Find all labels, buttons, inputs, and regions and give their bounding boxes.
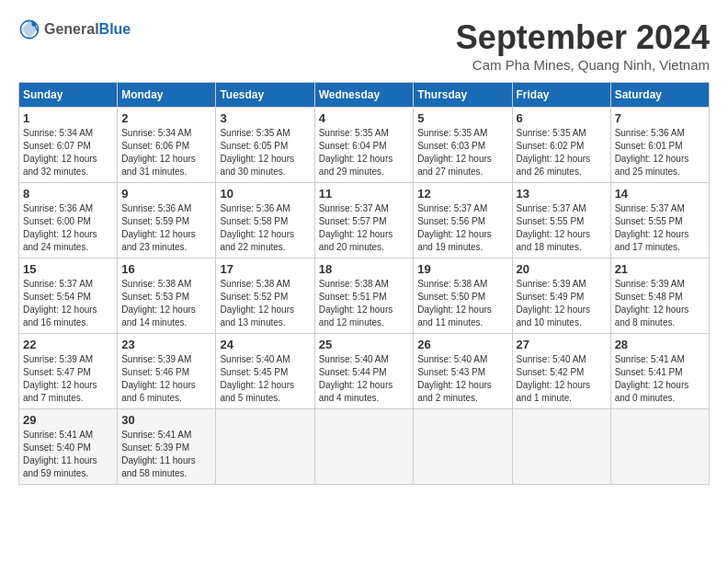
table-row: 13Sunrise: 5:37 AM Sunset: 5:55 PM Dayli… [512,183,610,259]
table-row [512,409,610,485]
calendar: SundayMondayTuesdayWednesdayThursdayFrid… [18,82,710,485]
day-info: Sunrise: 5:40 AM Sunset: 5:45 PM Dayligh… [220,353,310,405]
day-info: Sunrise: 5:37 AM Sunset: 5:57 PM Dayligh… [319,202,410,254]
day-number: 11 [319,187,410,201]
day-info: Sunrise: 5:37 AM Sunset: 5:54 PM Dayligh… [23,278,113,329]
table-row [610,409,709,485]
day-info: Sunrise: 5:41 AM Sunset: 5:40 PM Dayligh… [23,429,113,480]
column-header-monday: Monday [118,83,216,108]
day-number: 28 [615,338,705,351]
day-number: 2 [121,111,211,125]
table-row: 23Sunrise: 5:39 AM Sunset: 5:46 PM Dayli… [118,334,216,409]
table-row: 15Sunrise: 5:37 AM Sunset: 5:54 PM Dayli… [19,259,118,334]
column-header-wednesday: Wednesday [314,83,414,108]
table-row: 22Sunrise: 5:39 AM Sunset: 5:47 PM Dayli… [19,334,118,409]
day-info: Sunrise: 5:40 AM Sunset: 5:42 PM Dayligh… [517,353,607,405]
table-row: 3Sunrise: 5:35 AM Sunset: 6:05 PM Daylig… [216,108,314,183]
table-row: 16Sunrise: 5:38 AM Sunset: 5:53 PM Dayli… [118,259,216,334]
column-header-saturday: Saturday [610,83,709,108]
day-number: 16 [121,262,211,276]
day-number: 9 [121,187,211,201]
day-info: Sunrise: 5:38 AM Sunset: 5:52 PM Dayligh… [220,278,310,329]
day-info: Sunrise: 5:39 AM Sunset: 5:46 PM Dayligh… [121,353,211,405]
table-row: 27Sunrise: 5:40 AM Sunset: 5:42 PM Dayli… [512,334,610,409]
day-info: Sunrise: 5:40 AM Sunset: 5:43 PM Dayligh… [417,353,507,405]
day-info: Sunrise: 5:39 AM Sunset: 5:48 PM Dayligh… [615,278,705,329]
day-number: 5 [417,111,507,125]
logo-icon [18,18,40,40]
day-info: Sunrise: 5:39 AM Sunset: 5:47 PM Dayligh… [23,353,113,405]
day-info: Sunrise: 5:41 AM Sunset: 5:39 PM Dayligh… [121,429,211,480]
table-row [216,409,314,485]
table-row: 5Sunrise: 5:35 AM Sunset: 6:03 PM Daylig… [414,108,512,183]
day-number: 22 [23,338,113,351]
day-info: Sunrise: 5:36 AM Sunset: 5:59 PM Dayligh… [121,202,211,254]
day-info: Sunrise: 5:36 AM Sunset: 6:01 PM Dayligh… [615,127,705,178]
day-number: 1 [23,111,113,125]
column-header-friday: Friday [512,83,610,108]
column-header-sunday: Sunday [19,83,118,108]
table-row: 20Sunrise: 5:39 AM Sunset: 5:49 PM Dayli… [512,259,610,334]
table-row: 10Sunrise: 5:36 AM Sunset: 5:58 PM Dayli… [216,183,314,259]
day-info: Sunrise: 5:40 AM Sunset: 5:44 PM Dayligh… [319,353,410,405]
day-number: 27 [517,338,607,351]
logo-blue: Blue [99,21,131,38]
table-row: 7Sunrise: 5:36 AM Sunset: 6:01 PM Daylig… [610,108,709,183]
logo-general: General [44,21,99,38]
table-row: 4Sunrise: 5:35 AM Sunset: 6:04 PM Daylig… [314,108,414,183]
day-info: Sunrise: 5:41 AM Sunset: 5:41 PM Dayligh… [615,353,705,405]
day-info: Sunrise: 5:36 AM Sunset: 6:00 PM Dayligh… [23,202,113,254]
day-number: 8 [23,187,113,201]
table-row: 26Sunrise: 5:40 AM Sunset: 5:43 PM Dayli… [414,334,512,409]
day-number: 19 [417,262,507,276]
day-number: 3 [220,111,310,125]
month-title: September 2024 [456,18,710,57]
table-row: 28Sunrise: 5:41 AM Sunset: 5:41 PM Dayli… [610,334,709,409]
table-row: 8Sunrise: 5:36 AM Sunset: 6:00 PM Daylig… [19,183,118,259]
table-row: 30Sunrise: 5:41 AM Sunset: 5:39 PM Dayli… [118,409,216,485]
day-info: Sunrise: 5:38 AM Sunset: 5:50 PM Dayligh… [417,278,507,329]
table-row [414,409,512,485]
day-info: Sunrise: 5:37 AM Sunset: 5:56 PM Dayligh… [417,202,507,254]
day-info: Sunrise: 5:34 AM Sunset: 6:07 PM Dayligh… [23,127,113,178]
day-number: 4 [319,111,410,125]
day-info: Sunrise: 5:36 AM Sunset: 5:58 PM Dayligh… [220,202,310,254]
day-info: Sunrise: 5:38 AM Sunset: 5:53 PM Dayligh… [121,278,211,329]
day-info: Sunrise: 5:39 AM Sunset: 5:49 PM Dayligh… [517,278,607,329]
table-row: 21Sunrise: 5:39 AM Sunset: 5:48 PM Dayli… [610,259,709,334]
day-number: 18 [319,262,410,276]
table-row: 18Sunrise: 5:38 AM Sunset: 5:51 PM Dayli… [314,259,414,334]
column-header-tuesday: Tuesday [216,83,314,108]
day-info: Sunrise: 5:35 AM Sunset: 6:05 PM Dayligh… [220,127,310,178]
table-row: 1Sunrise: 5:34 AM Sunset: 6:07 PM Daylig… [19,108,118,183]
day-number: 29 [23,413,113,427]
table-row [314,409,414,485]
table-row: 11Sunrise: 5:37 AM Sunset: 5:57 PM Dayli… [314,183,414,259]
table-row: 12Sunrise: 5:37 AM Sunset: 5:56 PM Dayli… [414,183,512,259]
day-info: Sunrise: 5:37 AM Sunset: 5:55 PM Dayligh… [615,202,705,254]
table-row: 2Sunrise: 5:34 AM Sunset: 6:06 PM Daylig… [118,108,216,183]
day-info: Sunrise: 5:35 AM Sunset: 6:02 PM Dayligh… [517,127,607,178]
table-row: 29Sunrise: 5:41 AM Sunset: 5:40 PM Dayli… [19,409,118,485]
location-title: Cam Pha Mines, Quang Ninh, Vietnam [456,57,710,73]
day-number: 10 [220,187,310,201]
day-number: 30 [121,413,211,427]
logo: General Blue [18,18,131,40]
table-row: 25Sunrise: 5:40 AM Sunset: 5:44 PM Dayli… [314,334,414,409]
table-row: 17Sunrise: 5:38 AM Sunset: 5:52 PM Dayli… [216,259,314,334]
day-number: 6 [517,111,607,125]
day-info: Sunrise: 5:37 AM Sunset: 5:55 PM Dayligh… [517,202,607,254]
title-section: September 2024 Cam Pha Mines, Quang Ninh… [456,18,710,73]
day-info: Sunrise: 5:38 AM Sunset: 5:51 PM Dayligh… [319,278,410,329]
table-row: 14Sunrise: 5:37 AM Sunset: 5:55 PM Dayli… [610,183,709,259]
day-info: Sunrise: 5:35 AM Sunset: 6:03 PM Dayligh… [417,127,507,178]
table-row: 9Sunrise: 5:36 AM Sunset: 5:59 PM Daylig… [118,183,216,259]
svg-point-1 [31,22,36,27]
day-number: 13 [517,187,607,201]
day-number: 23 [121,338,211,351]
column-header-thursday: Thursday [414,83,512,108]
day-info: Sunrise: 5:34 AM Sunset: 6:06 PM Dayligh… [121,127,211,178]
day-number: 7 [615,111,705,125]
day-info: Sunrise: 5:35 AM Sunset: 6:04 PM Dayligh… [319,127,410,178]
table-row: 19Sunrise: 5:38 AM Sunset: 5:50 PM Dayli… [414,259,512,334]
